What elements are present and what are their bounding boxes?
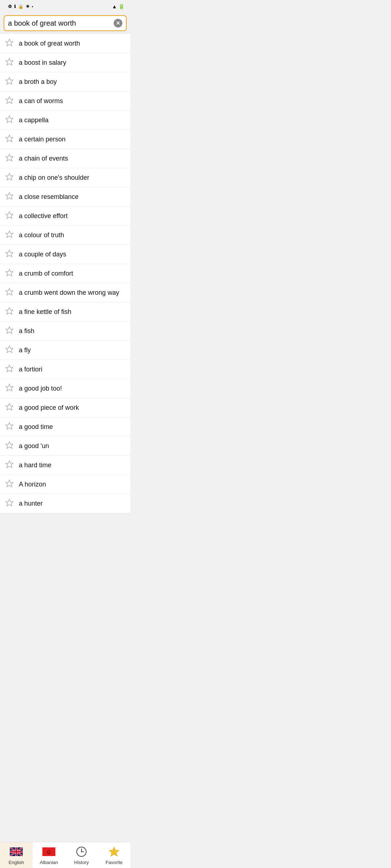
list-item[interactable]: a good piece of work bbox=[0, 398, 130, 417]
svg-marker-16 bbox=[6, 346, 13, 353]
list-item-text: a chip on one's shoulder bbox=[19, 174, 125, 182]
status-indicators: ▲ 🔋 bbox=[112, 4, 125, 9]
star-icon[interactable] bbox=[5, 192, 15, 202]
svg-marker-7 bbox=[6, 173, 13, 180]
list-item[interactable]: a fish bbox=[0, 322, 130, 341]
list-item[interactable]: a chip on one's shoulder bbox=[0, 168, 130, 187]
star-icon[interactable] bbox=[5, 173, 15, 183]
star-icon[interactable] bbox=[5, 115, 15, 125]
svg-marker-22 bbox=[6, 461, 13, 468]
svg-marker-3 bbox=[6, 97, 13, 103]
list-item-text: a hard time bbox=[19, 461, 125, 469]
list-item[interactable]: a broth a boy bbox=[0, 72, 130, 92]
list-item-text: a good time bbox=[19, 423, 125, 431]
svg-marker-1 bbox=[6, 58, 13, 65]
list-item[interactable]: a fly bbox=[0, 341, 130, 360]
status-time-area: ⚙ ℹ 🔒 ☀ • bbox=[6, 4, 33, 9]
svg-marker-17 bbox=[6, 365, 13, 372]
search-input[interactable] bbox=[8, 19, 111, 27]
list-item-text: a colour of truth bbox=[19, 231, 125, 239]
list-item-text: a good piece of work bbox=[19, 404, 125, 412]
star-icon[interactable] bbox=[5, 77, 15, 87]
status-settings-icon: ⚙ bbox=[8, 4, 12, 9]
list-item[interactable]: a certain person bbox=[0, 130, 130, 149]
list-item[interactable]: a couple of days bbox=[0, 245, 130, 264]
svg-marker-5 bbox=[6, 135, 13, 142]
list-item-text: a chain of events bbox=[19, 155, 125, 162]
star-icon[interactable] bbox=[5, 441, 15, 451]
star-icon[interactable] bbox=[5, 268, 15, 278]
list-item-text: A horizon bbox=[19, 481, 125, 488]
star-icon[interactable] bbox=[5, 134, 15, 144]
star-icon[interactable] bbox=[5, 211, 15, 221]
star-icon[interactable] bbox=[5, 58, 15, 68]
search-bar: ✕ bbox=[4, 15, 127, 31]
star-icon[interactable] bbox=[5, 153, 15, 163]
star-icon[interactable] bbox=[5, 479, 15, 489]
star-icon[interactable] bbox=[5, 307, 15, 317]
star-icon[interactable] bbox=[5, 96, 15, 106]
list-item[interactable]: a good 'un bbox=[0, 437, 130, 456]
status-vpn-icon: 🔒 bbox=[18, 4, 24, 9]
svg-marker-6 bbox=[6, 154, 13, 161]
list-item-text: a hunter bbox=[19, 500, 125, 507]
list-item[interactable]: a fortiori bbox=[0, 360, 130, 379]
star-icon[interactable] bbox=[5, 422, 15, 432]
star-icon[interactable] bbox=[5, 230, 15, 240]
list-item-text: a close resemblance bbox=[19, 193, 125, 201]
list-item-text: a fish bbox=[19, 327, 125, 335]
svg-marker-0 bbox=[6, 39, 13, 46]
status-bar: ⚙ ℹ 🔒 ☀ • ▲ 🔋 bbox=[0, 0, 130, 13]
svg-marker-12 bbox=[6, 269, 13, 276]
star-icon[interactable] bbox=[5, 326, 15, 336]
svg-marker-9 bbox=[6, 212, 13, 218]
list-item-text: a broth a boy bbox=[19, 78, 125, 86]
svg-marker-4 bbox=[6, 116, 13, 123]
list-item-text: a certain person bbox=[19, 136, 125, 143]
list-item-text: a crumb of comfort bbox=[19, 270, 125, 277]
search-clear-button[interactable]: ✕ bbox=[114, 19, 122, 27]
svg-marker-14 bbox=[6, 307, 13, 314]
list-item-text: a fortiori bbox=[19, 366, 125, 373]
list-item[interactable]: a boost in salary bbox=[0, 53, 130, 72]
list-item[interactable]: a good job too! bbox=[0, 379, 130, 398]
star-icon[interactable] bbox=[5, 403, 15, 413]
list-item-text: a cappella bbox=[19, 116, 125, 124]
list-item[interactable]: A horizon bbox=[0, 475, 130, 494]
list-item[interactable]: a cappella bbox=[0, 111, 130, 130]
list-item[interactable]: a book of great worth bbox=[0, 34, 130, 53]
battery-icon: 🔋 bbox=[118, 4, 125, 9]
svg-marker-18 bbox=[6, 384, 13, 391]
results-list: a book of great worth a boost in salary … bbox=[0, 34, 130, 513]
star-icon[interactable] bbox=[5, 498, 15, 509]
star-icon[interactable] bbox=[5, 364, 15, 374]
list-item[interactable]: a hard time bbox=[0, 456, 130, 475]
list-item[interactable]: a close resemblance bbox=[0, 187, 130, 207]
list-item-text: a fine kettle of fish bbox=[19, 308, 125, 316]
list-item[interactable]: a hunter bbox=[0, 494, 130, 513]
list-item-text: a collective effort bbox=[19, 212, 125, 220]
svg-marker-8 bbox=[6, 192, 13, 199]
list-item-text: a crumb went down the wrong way bbox=[19, 289, 125, 297]
list-item[interactable]: a collective effort bbox=[0, 207, 130, 226]
star-icon[interactable] bbox=[5, 249, 15, 259]
list-item[interactable]: a chain of events bbox=[0, 149, 130, 168]
list-item-text: a good 'un bbox=[19, 442, 125, 450]
list-item[interactable]: a can of worms bbox=[0, 92, 130, 111]
star-icon[interactable] bbox=[5, 345, 15, 355]
star-icon[interactable] bbox=[5, 460, 15, 470]
list-item[interactable]: a colour of truth bbox=[0, 226, 130, 245]
star-icon[interactable] bbox=[5, 383, 15, 393]
star-icon[interactable] bbox=[5, 38, 15, 48]
list-item[interactable]: a good time bbox=[0, 417, 130, 437]
list-item[interactable]: a crumb went down the wrong way bbox=[0, 283, 130, 302]
svg-marker-13 bbox=[6, 288, 13, 295]
star-icon[interactable] bbox=[5, 288, 15, 298]
list-item[interactable]: a crumb of comfort bbox=[0, 264, 130, 283]
svg-marker-15 bbox=[6, 327, 13, 333]
list-item[interactable]: a fine kettle of fish bbox=[0, 302, 130, 322]
svg-marker-23 bbox=[6, 480, 13, 487]
list-item-text: a fly bbox=[19, 346, 125, 354]
status-info-icon: ℹ bbox=[14, 4, 16, 9]
status-brightness-icon: ☀ bbox=[26, 4, 30, 9]
